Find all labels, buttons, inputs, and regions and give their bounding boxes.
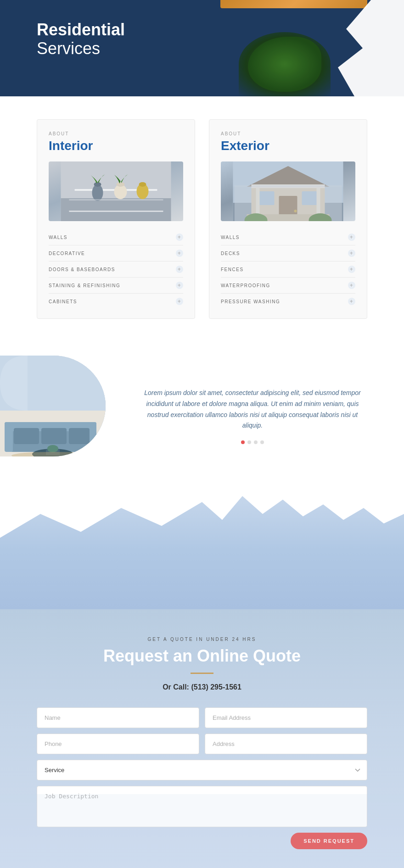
interior-card: ABOUT Interior	[37, 119, 195, 319]
svg-rect-11	[252, 187, 325, 221]
svg-rect-1	[61, 198, 171, 221]
exterior-photo	[221, 161, 355, 221]
list-item[interactable]: WALLS +	[49, 229, 183, 245]
list-item[interactable]: WATERPROOFING +	[221, 278, 355, 294]
list-item[interactable]: DECORATIVE +	[49, 245, 183, 262]
name-input[interactable]	[37, 707, 199, 728]
list-item[interactable]: CABINETS +	[49, 294, 183, 309]
svg-rect-13	[258, 191, 275, 205]
hero-paint-splash	[321, 0, 404, 96]
exterior-image	[221, 161, 355, 221]
svg-point-6	[117, 182, 125, 187]
form-row-3: Service Interior Painting Exterior Paint…	[37, 760, 367, 780]
svg-rect-10	[233, 203, 343, 221]
services-grid: ABOUT Interior	[37, 119, 367, 319]
dot-1[interactable]	[241, 440, 245, 444]
room-background	[0, 356, 106, 456]
svg-rect-20	[252, 184, 325, 188]
list-item[interactable]: WALLS +	[221, 229, 355, 245]
list-item[interactable]: DECKS +	[221, 245, 355, 262]
plus-icon[interactable]: +	[348, 250, 355, 257]
form-row-4	[37, 786, 367, 827]
form-row-2	[37, 734, 367, 754]
plus-icon[interactable]: +	[348, 234, 355, 241]
dot-4[interactable]	[260, 440, 264, 444]
paint-brush-section	[0, 481, 404, 609]
exterior-card: ABOUT Exterior	[209, 119, 367, 319]
quote-divider	[191, 673, 213, 674]
svg-point-36	[47, 445, 58, 452]
quote-title: Request an Online Quote	[37, 646, 367, 666]
phone-input[interactable]	[37, 734, 199, 754]
hero-plant-decoration	[239, 32, 331, 96]
hero-shelf	[220, 0, 367, 8]
address-input[interactable]	[205, 734, 367, 754]
svg-rect-29	[5, 422, 13, 452]
svg-point-21	[245, 213, 268, 221]
plus-icon[interactable]: +	[176, 282, 183, 289]
hero-section: Residential Services	[0, 0, 404, 96]
svg-rect-23	[233, 161, 343, 187]
hero-content: Residential Services	[37, 18, 125, 58]
list-item[interactable]: STAINING & REFINISHING +	[49, 278, 183, 294]
service-select[interactable]: Service Interior Painting Exterior Paint…	[37, 760, 367, 780]
svg-point-3	[92, 184, 103, 201]
svg-rect-33	[69, 428, 90, 444]
quote-section: GET A QUOTE IN UNDER 24 HRS Request an O…	[0, 609, 404, 868]
dot-2[interactable]	[247, 440, 251, 444]
testimonial-section: Lorem ipsum dolor sit amet, consectetur …	[0, 346, 404, 481]
testimonial-text: Lorem ipsum dolor sit amet, consectetur …	[138, 388, 367, 431]
testimonial-dots	[138, 440, 367, 444]
hero-title: Residential Services	[37, 18, 125, 58]
svg-point-22	[309, 213, 332, 221]
plus-icon[interactable]: +	[348, 282, 355, 289]
plus-icon[interactable]: +	[348, 298, 355, 305]
svg-rect-14	[302, 191, 318, 205]
svg-point-4	[94, 182, 101, 187]
interior-image	[49, 161, 183, 221]
svg-rect-17	[247, 214, 330, 221]
plus-icon[interactable]: +	[176, 234, 183, 241]
email-input[interactable]	[205, 707, 367, 728]
testimonial-content: Lorem ipsum dolor sit amet, consectetur …	[138, 374, 404, 444]
interior-title: Interior	[49, 139, 183, 153]
exterior-title: Exterior	[221, 139, 355, 153]
list-item[interactable]: FENCES +	[221, 262, 355, 278]
testimonial-room-image	[0, 356, 106, 456]
plus-icon[interactable]: +	[176, 298, 183, 305]
form-row-1	[37, 707, 367, 728]
list-item[interactable]: DOORS & BASEBOARDS +	[49, 262, 183, 278]
svg-rect-15	[279, 196, 297, 221]
interior-service-list: WALLS + DECORATIVE + DOORS & BASEBOARDS …	[49, 229, 183, 309]
exterior-about-label: ABOUT	[221, 131, 355, 136]
plus-icon[interactable]: +	[176, 250, 183, 257]
exterior-service-list: WALLS + DECKS + FENCES + WATERPROOFING +…	[221, 229, 355, 309]
interior-about-label: ABOUT	[49, 131, 183, 136]
quote-form: Service Interior Painting Exterior Paint…	[37, 707, 367, 849]
list-item[interactable]: PRESSURE WASHING +	[221, 294, 355, 309]
job-description-textarea[interactable]	[37, 786, 367, 827]
dot-3[interactable]	[254, 440, 258, 444]
plus-icon[interactable]: +	[348, 266, 355, 273]
quote-label: GET A QUOTE IN UNDER 24 HRS	[37, 637, 367, 642]
svg-rect-32	[41, 428, 67, 444]
svg-rect-18	[256, 187, 260, 214]
quote-call: Or Call: (513) 295-1561	[37, 683, 367, 691]
send-request-button[interactable]: SEND REQUEST	[291, 833, 367, 849]
plus-icon[interactable]: +	[176, 266, 183, 273]
svg-rect-31	[14, 428, 39, 444]
services-section: ABOUT Interior	[0, 96, 404, 346]
svg-point-16	[294, 210, 297, 212]
paint-brush-bg	[0, 490, 404, 609]
svg-rect-19	[317, 187, 320, 214]
interior-photo	[49, 161, 183, 221]
svg-point-8	[139, 182, 146, 187]
